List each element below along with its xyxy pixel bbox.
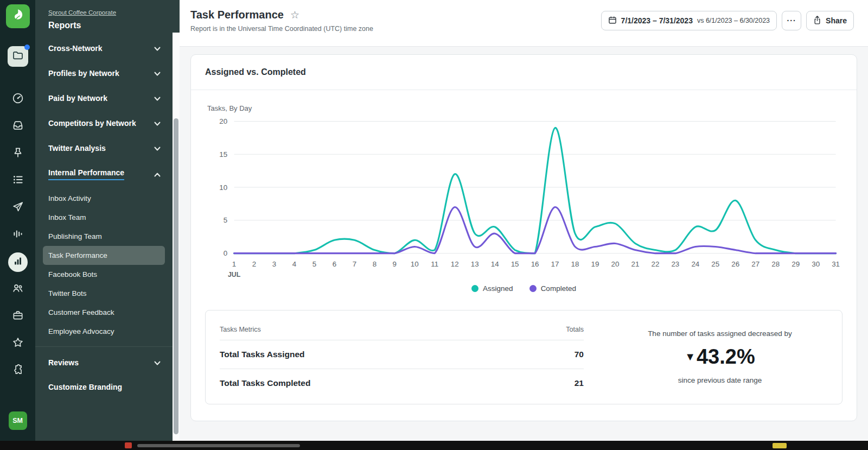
svg-text:20: 20 (219, 117, 227, 125)
menu-label: Twitter Analysis (48, 144, 106, 153)
star-icon (12, 337, 24, 351)
metric-row-total-tasks-completed: Total Tasks Completed21 (220, 369, 584, 397)
sidebar-scrollbar-track[interactable] (173, 33, 180, 450)
menu-label: Reviews (48, 358, 79, 367)
rail-item-feeds[interactable] (4, 167, 31, 194)
header-controls: 7/1/2023 – 7/31/2023 vs 6/1/2023 – 6/30/… (601, 11, 854, 46)
sidebar-item-customize-branding[interactable]: Customize Branding (35, 375, 173, 399)
chevron-down-icon (154, 358, 161, 367)
submenu: Inbox ActivityInbox TeamPublishing TeamT… (35, 189, 173, 341)
svg-text:30: 30 (812, 260, 820, 268)
sidebar-subitem-inbox-team[interactable]: Inbox Team (35, 208, 173, 227)
rail-item-people[interactable] (4, 276, 31, 303)
metrics-header-right: Totals (566, 326, 584, 333)
menu-section: Paid by Network (35, 86, 173, 111)
account-link[interactable]: Sprout Coffee Corporate (48, 9, 116, 16)
user-avatar[interactable]: SM (9, 411, 27, 430)
strip-fragment (773, 443, 787, 448)
legend-label: Assigned (483, 284, 513, 293)
metrics-box: Tasks Metrics Totals Total Tasks Assigne… (205, 310, 843, 404)
tasks-metrics-table: Tasks Metrics Totals Total Tasks Assigne… (206, 310, 598, 404)
sidebar-subitem-task-performance[interactable]: Task Performance (43, 246, 165, 265)
report-content: Assigned vs. Completed Tasks, By Day 051… (180, 47, 868, 450)
menu-section: Cross-Network (35, 36, 173, 61)
svg-text:13: 13 (471, 260, 479, 268)
paper-plane-icon (12, 201, 24, 215)
metric-label: Total Tasks Assigned (220, 350, 304, 359)
sidebar-subitem-twitter-bots[interactable]: Twitter Bots (35, 284, 173, 303)
pin-icon (12, 147, 24, 161)
sidebar-title: Reports (48, 21, 162, 30)
chevron-down-icon (154, 43, 161, 53)
sidebar-subitem-facebook-bots[interactable]: Facebook Bots (35, 265, 173, 284)
rail-item-listening[interactable] (4, 221, 31, 249)
menu-label: Cross-Network (48, 44, 103, 53)
chevron-down-icon (154, 93, 161, 103)
svg-text:0: 0 (224, 249, 227, 257)
legend-item-completed[interactable]: Completed (529, 284, 576, 293)
sidebar-item-competitors-by-network[interactable]: Competitors by Network (35, 111, 173, 136)
menu-section: Reviews (35, 346, 173, 375)
summary-line2: since previous date range (678, 375, 762, 386)
rail-item-pinned[interactable] (4, 140, 31, 167)
gauge-icon (12, 92, 24, 106)
sidebar-item-reviews[interactable]: Reviews (35, 350, 173, 375)
rail-item-integrations[interactable] (4, 357, 31, 384)
sidebar-item-cross-network[interactable]: Cross-Network (35, 36, 173, 61)
share-button[interactable]: Share (806, 11, 854, 30)
sidebar-subitem-publishing-team[interactable]: Publishing Team (35, 227, 173, 246)
sidebar-subitem-inbox-activity[interactable]: Inbox Activity (35, 189, 173, 208)
svg-text:12: 12 (451, 260, 459, 268)
sidebar-subitem-employee-advocacy[interactable]: Employee Advocacy (35, 322, 173, 341)
menu-label: Competitors by Network (48, 119, 136, 128)
sidebar-item-internal-performance[interactable]: Internal Performance (35, 161, 173, 188)
date-range-button[interactable]: 7/1/2023 – 7/31/2023 vs 6/1/2023 – 6/30/… (601, 11, 777, 30)
sidebar-item-paid-by-network[interactable]: Paid by Network (35, 86, 173, 111)
arrow-down-icon: ▼ (685, 351, 695, 363)
rail-item-reviews[interactable] (4, 330, 31, 357)
svg-text:3: 3 (272, 260, 276, 268)
sprout-logo[interactable] (6, 4, 30, 28)
menu-section: Profiles by Network (35, 61, 173, 86)
legend-label: Completed (541, 284, 576, 293)
rail-item-publishing[interactable] (4, 194, 31, 221)
chevron-up-icon (154, 169, 161, 179)
svg-text:6: 6 (333, 260, 336, 268)
reports-sidebar: Sprout Coffee Corporate Reports Cross-Ne… (35, 0, 180, 450)
metric-row-total-tasks-assigned: Total Tasks Assigned70 (220, 340, 584, 369)
svg-text:26: 26 (731, 260, 739, 268)
rail-item-folders[interactable] (4, 45, 31, 68)
chart-legend: AssignedCompleted (205, 284, 843, 293)
rail-item-reports[interactable] (4, 249, 31, 276)
sprout-leaf-icon (11, 8, 25, 24)
rail-item-inbox[interactable] (4, 113, 31, 140)
svg-text:28: 28 (771, 260, 780, 268)
legend-item-assigned[interactable]: Assigned (471, 284, 513, 293)
svg-text:5: 5 (312, 260, 316, 268)
rail-item-cases[interactable] (4, 303, 31, 330)
more-options-button[interactable]: ··· (782, 11, 801, 30)
favorite-star-icon[interactable]: ☆ (290, 10, 299, 20)
assigned-vs-completed-card: Assigned vs. Completed Tasks, By Day 051… (190, 54, 857, 421)
delta-value: ▼ 43.2% (685, 345, 755, 369)
metric-value: 21 (575, 378, 584, 388)
date-range-label: 7/1/2023 – 7/31/2023 (621, 16, 693, 25)
inbox-icon (12, 119, 24, 134)
listening-levels-icon (12, 228, 24, 242)
svg-text:16: 16 (531, 260, 539, 268)
svg-text:10: 10 (411, 260, 419, 268)
share-label: Share (826, 16, 847, 25)
list-icon (12, 174, 24, 188)
sidebar-scrollbar-thumb[interactable] (174, 118, 178, 434)
svg-text:24: 24 (691, 260, 699, 268)
menu-label: Internal Performance (48, 168, 124, 180)
svg-text:29: 29 (792, 260, 800, 268)
legend-dot (529, 285, 537, 292)
sidebar-item-profiles-by-network[interactable]: Profiles by Network (35, 61, 173, 86)
sidebar-subitem-customer-feedback[interactable]: Customer Feedback (35, 303, 173, 322)
rail-item-dashboard[interactable] (4, 86, 31, 113)
svg-text:22: 22 (651, 260, 659, 268)
sidebar-item-twitter-analysis[interactable]: Twitter Analysis (35, 136, 173, 161)
svg-text:4: 4 (292, 260, 297, 268)
svg-text:15: 15 (511, 260, 519, 268)
